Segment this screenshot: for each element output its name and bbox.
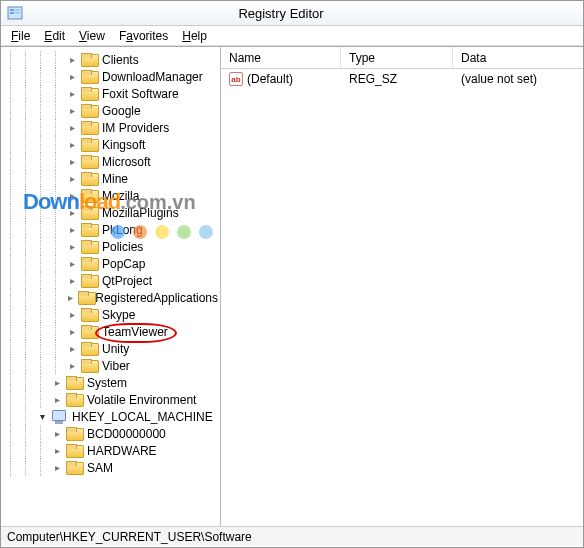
menu-fav-rest: vorites bbox=[133, 29, 168, 43]
expander-icon[interactable]: ▸ bbox=[66, 241, 78, 253]
tree-node[interactable]: ▸Skype bbox=[1, 306, 220, 323]
col-data[interactable]: Data bbox=[453, 47, 583, 68]
tree-node[interactable]: ▸PopCap bbox=[1, 255, 220, 272]
tree-node[interactable]: ▸Foxit Software bbox=[1, 85, 220, 102]
menu-help-rest: elp bbox=[191, 29, 207, 43]
column-headers: Name Type Data bbox=[221, 47, 583, 69]
app-icon bbox=[7, 5, 23, 21]
folder-icon bbox=[81, 257, 97, 271]
tree-node[interactable]: ▸Mine bbox=[1, 170, 220, 187]
tree-node[interactable]: ▸SAM bbox=[1, 459, 220, 476]
svg-rect-3 bbox=[15, 9, 20, 11]
expander-icon[interactable]: ▸ bbox=[66, 122, 78, 134]
tree-node[interactable]: ▸RegisteredApplications bbox=[1, 289, 220, 306]
menu-edit-rest: dit bbox=[52, 29, 65, 43]
folder-icon bbox=[66, 461, 82, 475]
tree-node-label: BCD00000000 bbox=[85, 427, 168, 441]
tree-node-label: PkLong bbox=[100, 223, 145, 237]
menu-edit[interactable]: Edit bbox=[38, 28, 71, 44]
tree-node[interactable]: ▸Viber bbox=[1, 357, 220, 374]
expander-icon[interactable]: ▸ bbox=[51, 394, 63, 406]
tree-node[interactable]: ▸Google bbox=[1, 102, 220, 119]
expander-icon[interactable]: ▸ bbox=[66, 258, 78, 270]
col-name[interactable]: Name bbox=[221, 47, 341, 68]
expander-icon[interactable]: ▸ bbox=[66, 105, 78, 117]
tree-node[interactable]: ▸TeamViewer bbox=[1, 323, 220, 340]
col-type[interactable]: Type bbox=[341, 47, 453, 68]
folder-icon bbox=[66, 444, 82, 458]
value-row[interactable]: ab(Default) REG_SZ (value not set) bbox=[221, 69, 583, 89]
tree-node-label: Google bbox=[100, 104, 143, 118]
tree-node-label: Unity bbox=[100, 342, 131, 356]
tree-node[interactable]: ▸Microsoft bbox=[1, 153, 220, 170]
folder-icon bbox=[66, 376, 82, 390]
tree-node[interactable]: ▸Clients bbox=[1, 51, 220, 68]
tree-node[interactable]: ▸Kingsoft bbox=[1, 136, 220, 153]
value-type-cell: REG_SZ bbox=[341, 72, 453, 86]
expander-icon[interactable]: ▸ bbox=[66, 292, 75, 304]
tree-node-label: QtProject bbox=[100, 274, 154, 288]
expander-icon[interactable]: ▸ bbox=[51, 428, 63, 440]
menu-help[interactable]: Help bbox=[176, 28, 213, 44]
expander-icon[interactable]: ▸ bbox=[66, 326, 78, 338]
tree-pane[interactable]: ▸Clients▸DownloadManager▸Foxit Software▸… bbox=[1, 47, 221, 526]
menu-view-rest: iew bbox=[87, 29, 105, 43]
expander-icon[interactable]: ▸ bbox=[51, 445, 63, 457]
tree-node[interactable]: ▸IM Providers bbox=[1, 119, 220, 136]
tree-node[interactable]: ▸BCD00000000 bbox=[1, 425, 220, 442]
value-data-cell: (value not set) bbox=[453, 72, 583, 86]
tree-node[interactable]: ▸MozillaPlugins bbox=[1, 204, 220, 221]
tree-node[interactable]: ▸HARDWARE bbox=[1, 442, 220, 459]
menu-favorites[interactable]: Favorites bbox=[113, 28, 174, 44]
menu-file[interactable]: File bbox=[5, 28, 36, 44]
folder-icon bbox=[81, 121, 97, 135]
folder-icon bbox=[81, 206, 97, 220]
expander-icon[interactable]: ▸ bbox=[66, 54, 78, 66]
string-value-icon: ab bbox=[229, 72, 243, 86]
menu-view[interactable]: View bbox=[73, 28, 111, 44]
folder-icon bbox=[81, 155, 97, 169]
tree-node-label: Volatile Environment bbox=[85, 393, 198, 407]
folder-icon bbox=[81, 240, 97, 254]
expander-icon[interactable]: ▸ bbox=[66, 275, 78, 287]
tree-node-label: Policies bbox=[100, 240, 145, 254]
tree-node[interactable]: ▸QtProject bbox=[1, 272, 220, 289]
expander-icon[interactable]: ▸ bbox=[66, 207, 78, 219]
tree-node[interactable]: ▾HKEY_LOCAL_MACHINE bbox=[1, 408, 220, 425]
status-path: Computer\HKEY_CURRENT_USER\Software bbox=[7, 530, 252, 544]
expander-icon[interactable]: ▸ bbox=[66, 309, 78, 321]
tree-node[interactable]: ▸Policies bbox=[1, 238, 220, 255]
folder-icon bbox=[78, 291, 90, 305]
expander-icon[interactable]: ▸ bbox=[66, 224, 78, 236]
expander-icon[interactable]: ▸ bbox=[66, 139, 78, 151]
values-pane[interactable]: Name Type Data ab(Default) REG_SZ (value… bbox=[221, 47, 583, 526]
expander-icon[interactable]: ▸ bbox=[66, 343, 78, 355]
expander-icon[interactable]: ▸ bbox=[66, 156, 78, 168]
expander-icon[interactable]: ▸ bbox=[51, 462, 63, 474]
expander-icon[interactable]: ▾ bbox=[36, 411, 48, 423]
tree-node[interactable]: ▸Volatile Environment bbox=[1, 391, 220, 408]
tree-node-label: HKEY_LOCAL_MACHINE bbox=[70, 410, 215, 424]
tree-node-label: PopCap bbox=[100, 257, 147, 271]
tree-node[interactable]: ▸Unity bbox=[1, 340, 220, 357]
folder-icon bbox=[81, 87, 97, 101]
folder-icon bbox=[81, 172, 97, 186]
tree-node[interactable]: ▸DownloadManager bbox=[1, 68, 220, 85]
folder-icon bbox=[66, 393, 82, 407]
expander-icon[interactable]: ▸ bbox=[66, 190, 78, 202]
tree-node[interactable]: ▸System bbox=[1, 374, 220, 391]
expander-icon[interactable]: ▸ bbox=[66, 360, 78, 372]
tree-node[interactable]: ▸PkLong bbox=[1, 221, 220, 238]
tree-node-label: Viber bbox=[100, 359, 132, 373]
tree-node-label: Microsoft bbox=[100, 155, 153, 169]
folder-icon bbox=[81, 189, 97, 203]
folder-icon bbox=[66, 427, 82, 441]
tree-node-label: Mine bbox=[100, 172, 130, 186]
folder-icon bbox=[81, 359, 97, 373]
expander-icon[interactable]: ▸ bbox=[51, 377, 63, 389]
tree-node[interactable]: ▸Mozilla bbox=[1, 187, 220, 204]
expander-icon[interactable]: ▸ bbox=[66, 173, 78, 185]
expander-icon[interactable]: ▸ bbox=[66, 71, 78, 83]
expander-icon[interactable]: ▸ bbox=[66, 88, 78, 100]
menu-file-rest: ile bbox=[18, 29, 30, 43]
